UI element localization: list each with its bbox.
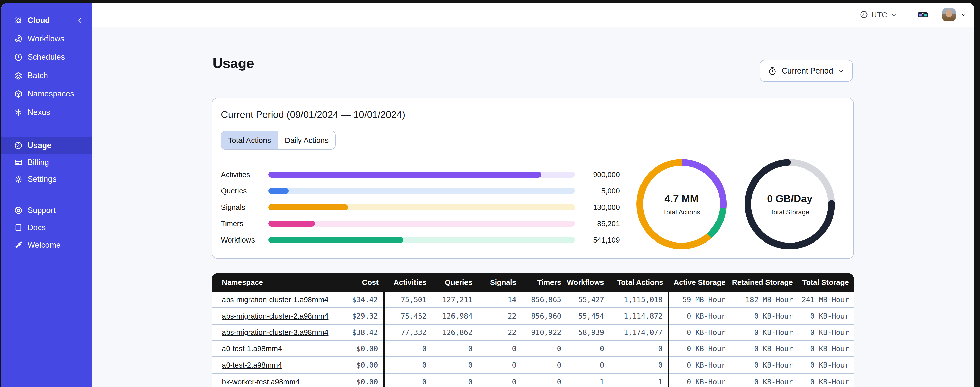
cell-total-actions: 1,174,077	[609, 324, 668, 341]
sidebar-item-label: Schedules	[27, 53, 65, 62]
bar-row-timers: Timers85,201	[221, 216, 624, 232]
feedback-glasses-icon[interactable]	[917, 8, 929, 21]
browser-app-frame: Cloud WorkflowsSchedulesBatchNamespacesN…	[1, 3, 974, 387]
cell-total-storage: 0 KB-Hour	[798, 357, 854, 373]
sidebar-brand[interactable]: Cloud	[1, 11, 92, 30]
batch-icon	[14, 71, 23, 80]
sidebar-item-batch[interactable]: Batch	[1, 66, 92, 85]
user-avatar[interactable]	[942, 8, 956, 21]
column-header-timers: Timers	[521, 273, 566, 291]
sidebar-item-workflows[interactable]: Workflows	[1, 30, 92, 48]
bar-fill	[268, 221, 315, 227]
cell-timers: 856,960	[521, 308, 566, 324]
cell-cost: $38.42	[339, 324, 383, 341]
namespace-link[interactable]: abs-migration-cluster-1.a98mm4	[222, 295, 328, 304]
user-menu-chevron-icon[interactable]	[960, 11, 967, 18]
bar-value: 85,201	[575, 219, 620, 228]
cell-total-actions: 1,115,018	[609, 291, 668, 308]
cell-total-storage: 241 MB-Hour	[798, 291, 854, 308]
cell-signals: 0	[477, 341, 521, 357]
cell-workflows: 0	[566, 341, 609, 357]
cell-timers: 0	[521, 357, 566, 373]
column-header-signals: Signals	[477, 273, 521, 291]
namespace-link[interactable]: bk-worker-test.a98mm4	[222, 377, 300, 386]
bar-fill	[268, 204, 348, 210]
donut-center-value: 4.7 MM	[665, 193, 698, 205]
sidebar-divider	[1, 195, 92, 195]
timezone-label: UTC	[871, 10, 887, 19]
main-content: Usage Current Period Current Period (09/…	[92, 27, 974, 387]
cell-workflows: 55,454	[566, 308, 609, 324]
bar-label: Workflows	[221, 236, 266, 244]
namespace-link[interactable]: abs-migration-cluster-2.a98mm4	[222, 312, 328, 320]
bar-value: 541,109	[575, 236, 620, 244]
sidebar-item-docs[interactable]: Docs	[1, 219, 92, 237]
sidebar-item-billing[interactable]: Billing	[1, 154, 92, 171]
table-row: abs-migration-cluster-2.a98mm4$29.3275,4…	[212, 308, 854, 324]
bar-track	[268, 237, 575, 243]
cell-signals: 0	[477, 357, 521, 373]
namespace-cell: abs-migration-cluster-2.a98mm4	[212, 308, 339, 324]
sidebar-item-label: Nexus	[27, 108, 50, 117]
nexus-icon	[14, 108, 23, 117]
sidebar-item-usage[interactable]: Usage	[1, 137, 92, 154]
cell-total-storage: 0 KB-Hour	[798, 324, 854, 341]
column-header-queries: Queries	[431, 273, 477, 291]
cell-cost: $0.00	[339, 373, 383, 387]
period-selector-button[interactable]: Current Period	[760, 60, 853, 82]
table-row: a0-test-1.a98mm4$0.000000000 KB-Hour0 KB…	[212, 341, 854, 357]
cell-total-storage: 0 KB-Hour	[798, 308, 854, 324]
timezone-selector[interactable]: UTC	[860, 10, 897, 19]
column-header-namespace: Namespace	[212, 273, 339, 291]
namespace-link[interactable]: a0-test-2.a98mm4	[222, 361, 282, 369]
bar-track	[268, 204, 575, 210]
donut-center-label: Total Storage	[770, 208, 809, 216]
table-row: a0-test-2.a98mm4$0.000000000 KB-Hour0 KB…	[212, 357, 854, 373]
namespace-cell: bk-worker-test.a98mm4	[212, 373, 339, 387]
table-row: bk-worker-test.a98mm4$0.000000110 KB-Hou…	[212, 373, 854, 387]
cell-signals: 14	[477, 291, 521, 308]
tab-total-actions[interactable]: Total Actions	[221, 131, 277, 149]
bar-row-queries: Queries5,000	[221, 183, 624, 199]
workflows-icon	[14, 34, 23, 43]
period-selector-label: Current Period	[781, 66, 833, 75]
sidebar-item-schedules[interactable]: Schedules	[1, 48, 92, 66]
docs-icon	[14, 223, 23, 232]
tab-daily-actions[interactable]: Daily Actions	[277, 131, 335, 149]
namespace-cell: a0-test-2.a98mm4	[212, 357, 339, 373]
cell-cost: $34.42	[339, 291, 383, 308]
cell-signals: 22	[477, 308, 521, 324]
namespace-link[interactable]: abs-migration-cluster-3.a98mm4	[222, 328, 328, 336]
cell-active-storage: 0 KB-Hour	[668, 373, 730, 387]
sidebar-nav-main: WorkflowsSchedulesBatchNamespacesNexus	[1, 30, 92, 122]
cell-total-storage: 0 KB-Hour	[798, 341, 854, 357]
cell-retained-storage: 0 KB-Hour	[730, 357, 798, 373]
namespace-link[interactable]: a0-test-1.a98mm4	[222, 345, 282, 353]
collapse-sidebar-icon[interactable]	[75, 16, 85, 25]
column-header-cost: Cost	[339, 273, 383, 291]
donut-center-value: 0 GB/Day	[767, 193, 812, 205]
cell-activities: 77,332	[383, 324, 431, 341]
period-card-title: Current Period (09/01/2024 — 10/01/2024)	[221, 109, 405, 120]
bar-row-activities: Activities900,000	[221, 166, 624, 183]
total-storage-donut: 0 GB/Day Total Storage	[744, 158, 836, 250]
table-header-row: NamespaceCostActivitiesQueriesSignalsTim…	[212, 273, 854, 291]
cell-active-storage: 0 KB-Hour	[668, 341, 730, 357]
sidebar-item-namespaces[interactable]: Namespaces	[1, 85, 92, 103]
cell-cost: $0.00	[339, 341, 383, 357]
sidebar-item-welcome[interactable]: Welcome	[1, 237, 92, 254]
cell-workflows: 55,427	[566, 291, 609, 308]
sidebar-item-label: Namespaces	[27, 90, 74, 99]
cell-total-actions: 1,114,872	[609, 308, 668, 324]
namespace-cell: abs-migration-cluster-1.a98mm4	[212, 291, 339, 308]
cell-active-storage: 0 KB-Hour	[668, 357, 730, 373]
sidebar-item-support[interactable]: Support	[1, 201, 92, 219]
sidebar-item-settings[interactable]: Settings	[1, 171, 92, 187]
bar-value: 5,000	[575, 187, 620, 195]
chevron-down-icon	[890, 11, 897, 18]
sidebar-nav-account: UsageBillingSettings	[1, 137, 92, 187]
sidebar-item-nexus[interactable]: Nexus	[1, 103, 92, 122]
bar-row-signals: Signals130,000	[221, 199, 624, 216]
cell-queries: 0	[431, 373, 477, 387]
sidebar-item-label: Usage	[27, 141, 51, 150]
